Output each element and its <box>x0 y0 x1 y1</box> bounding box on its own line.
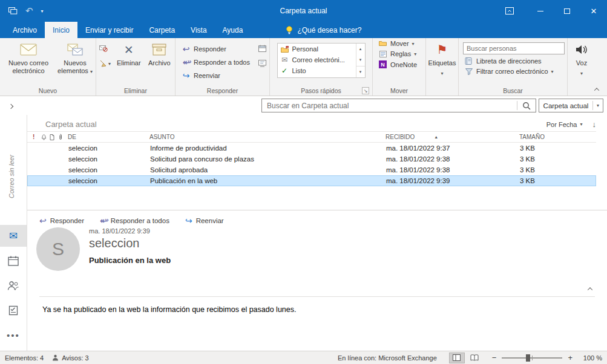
reply-all-label: Responder a todos <box>194 59 250 66</box>
rules-button[interactable]: Reglas ▾ <box>377 50 418 58</box>
row-subject: Solicitud aprobada <box>150 165 383 175</box>
search-people-input[interactable] <box>463 42 565 54</box>
navigation-icons: ✉ ••• <box>0 225 27 349</box>
sender-avatar[interactable]: S <box>36 227 80 271</box>
delete-icon: ✕ <box>124 42 134 57</box>
search-scope-dropdown[interactable]: Carpeta actual ▾ <box>539 99 603 112</box>
forward-button[interactable]: ↪ Reenviar <box>185 216 224 226</box>
forward-button[interactable]: ↪ Reenviar <box>180 70 251 81</box>
mail-row[interactable]: seleccion Informe de productividad ma. 1… <box>27 143 596 154</box>
reply-button[interactable]: ↩ Responder <box>180 44 251 54</box>
onenote-button[interactable]: N OneNote <box>377 60 418 69</box>
quick-steps-scroll-down-button[interactable]: ▾ <box>356 54 365 65</box>
customize-quick-access-button[interactable]: ▾ <box>41 5 44 17</box>
ribbon-display-options-button[interactable] <box>498 0 521 22</box>
quick-step-personal[interactable]: Personal <box>278 44 356 54</box>
ignore-button[interactable] <box>99 45 111 52</box>
quick-steps-dialog-launcher[interactable]: ↘ <box>362 87 369 94</box>
maximize-button[interactable] <box>554 0 580 22</box>
zoom-in-button[interactable]: + <box>568 353 573 362</box>
calendar-nav-button[interactable] <box>0 250 27 271</box>
navigation-rail: Correo sin leer ✉ <box>0 115 27 351</box>
message-list-pane: Carpeta actual Por Fecha ▾ ↓ ! <box>27 115 607 210</box>
responder-mini-buttons <box>257 39 268 67</box>
item-type-column-header[interactable] <box>50 132 54 142</box>
mail-row[interactable]: seleccion Solicitud para concurso de pla… <box>27 154 596 164</box>
minimize-button[interactable] <box>527 0 554 22</box>
column-header-asunto[interactable]: ASUNTO <box>149 132 175 142</box>
list-title: Carpeta actual <box>45 120 97 129</box>
mail-row[interactable]: seleccion Solicitud aprobada ma. 18/01/2… <box>27 164 596 175</box>
sort-direction-button[interactable]: ↓ <box>592 120 597 129</box>
column-header-de[interactable]: DE <box>68 132 76 142</box>
quick-step-correo[interactable]: ✉ Correo electróni... <box>278 54 356 65</box>
group-label-nuevo: Nuevo <box>1 85 94 96</box>
new-mail-button[interactable]: Nuevo correo electrónico <box>2 39 55 85</box>
search-icon <box>522 102 531 110</box>
tab-carpeta[interactable]: Carpeta <box>141 22 183 38</box>
reminder-column-header[interactable] <box>41 132 47 142</box>
junk-mail-button[interactable]: ▾ <box>99 60 111 67</box>
collapse-header-button[interactable] <box>588 284 592 293</box>
ribbon-group-responder: ↩ Responder ↩ Responder a todos ↪ Reenvi… <box>176 38 270 96</box>
reminders-status[interactable]: Avisos: 3 <box>52 354 88 362</box>
unread-mail-filter-label[interactable]: Correo sin leer <box>8 120 15 198</box>
collapse-ribbon-button[interactable] <box>591 85 602 93</box>
send-receive-button[interactable] <box>8 5 18 17</box>
delete-button[interactable]: ✕ Eliminar <box>114 39 143 85</box>
more-apps-button[interactable]: ••• <box>0 324 27 346</box>
sort-by-button[interactable]: Por Fecha ▾ <box>546 121 583 128</box>
expand-folder-pane-button[interactable] <box>9 102 13 110</box>
dropdown-arrow-icon: ▾ <box>108 61 111 67</box>
tasks-nav-button[interactable] <box>0 299 27 321</box>
importance-column-header[interactable]: ! <box>33 132 34 142</box>
mail-nav-button[interactable]: ✉ <box>0 225 27 247</box>
quick-step-label: Personal <box>292 45 318 53</box>
main-search-box <box>261 99 536 112</box>
reply-icon: ↩ <box>39 216 47 226</box>
voice-button[interactable]: Voz ▾ <box>569 39 594 94</box>
zoom-level[interactable]: 100 % <box>578 354 602 362</box>
mail-row-selected[interactable]: seleccion Publicación en la web ma. 18/0… <box>27 175 596 186</box>
reply-button[interactable]: ↩ Responder <box>39 216 84 226</box>
main-search-input[interactable] <box>262 102 517 110</box>
quick-steps-scroll-up-button[interactable]: ▴ <box>356 44 365 54</box>
reading-view-button[interactable] <box>467 353 482 363</box>
normal-view-button[interactable] <box>449 353 465 363</box>
zoom-slider-handle[interactable] <box>526 354 530 362</box>
message-date: ma. 18/01/2022 9:39 <box>89 227 171 235</box>
search-button[interactable] <box>517 102 536 110</box>
archive-label: Archivo <box>148 59 171 67</box>
archive-button[interactable]: Archivo <box>145 39 174 85</box>
meeting-reply-button[interactable] <box>258 45 266 52</box>
chevron-down-icon: ▾ <box>41 8 44 14</box>
undo-button[interactable]: ↶ <box>25 5 33 17</box>
reply-all-button[interactable]: ↩ Responder a todos <box>180 57 251 68</box>
tab-archivo[interactable]: Archivo <box>5 22 45 38</box>
close-button[interactable]: ✕ <box>580 0 607 22</box>
search-row: Carpeta actual ▾ <box>0 96 607 115</box>
attachment-column-header[interactable] <box>58 132 62 142</box>
tab-vista[interactable]: Vista <box>183 22 214 38</box>
move-button[interactable]: Mover ▾ <box>377 39 416 48</box>
tab-ayuda[interactable]: Ayuda <box>215 22 251 38</box>
tab-enviar-y-recibir[interactable]: Enviar y recibir <box>77 22 141 38</box>
address-book-button[interactable]: Libreta de direcciones <box>463 57 543 65</box>
zoom-slider[interactable] <box>502 357 562 359</box>
reply-all-button[interactable]: ↩ Responder a todos <box>100 216 169 226</box>
ribbon-display-options-icon <box>505 7 514 15</box>
column-header-tamano[interactable]: TAMAÑO <box>519 132 545 142</box>
folder-icon <box>378 41 387 47</box>
filter-email-button[interactable]: Filtrar correo electrónico ▾ <box>463 67 555 76</box>
quick-step-label: Listo <box>292 67 306 74</box>
people-nav-button[interactable] <box>0 275 27 296</box>
quick-steps-more-button[interactable]: ▾ <box>356 66 365 77</box>
zoom-out-button[interactable]: − <box>492 353 497 362</box>
tell-me-box[interactable]: ¿Qué desea hacer? <box>280 22 367 38</box>
more-respond-actions-button[interactable] <box>258 60 266 67</box>
new-items-button[interactable]: Nuevos elementos ▾ <box>56 39 94 85</box>
tab-inicio[interactable]: Inicio <box>45 22 77 38</box>
tags-button[interactable]: ⚑ Etiquetas ▾ <box>428 39 457 94</box>
column-header-recibido[interactable]: RECIBIDO ▲ <box>386 132 438 142</box>
quick-step-listo[interactable]: ✓ Listo <box>278 65 356 76</box>
